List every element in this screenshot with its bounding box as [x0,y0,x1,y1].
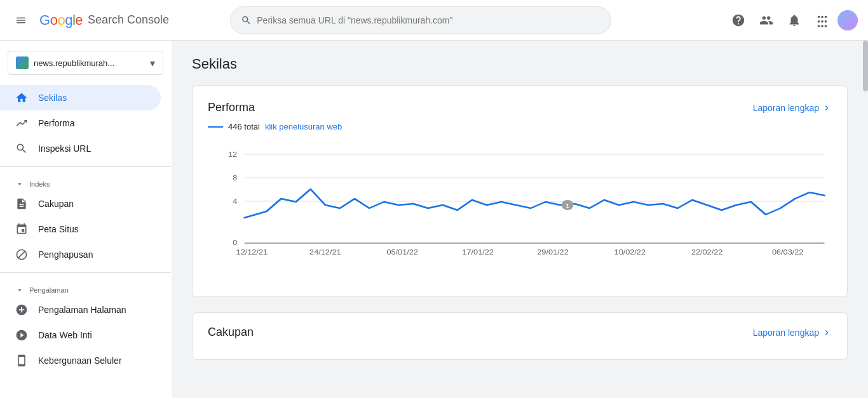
chevron-down-icon: ▾ [150,57,155,69]
sidebar-item-sekilas-label: Sekilas [38,93,67,103]
trending-up-icon [15,117,28,129]
help-button[interactable] [726,8,751,33]
nav-divider-2 [0,272,171,273]
sidebar-item-kebergunaan-seluler-label: Kebergunaan Seluler [38,355,122,366]
property-name: news.republikmurah... [34,58,145,68]
cakupan-card-header: Cakupan Laporan lengkap [208,326,832,339]
svg-text:4: 4 [233,197,237,206]
logo-area: Google Search Console [39,12,169,29]
cakupan-laporan-lengkap-link[interactable]: Laporan lengkap [753,328,832,338]
search-nav-icon [15,142,28,155]
nav-divider-1 [0,166,171,167]
sidebar-item-peta-situs-label: Peta Situs [38,224,79,234]
performa-card-title: Performa [208,101,255,114]
sidebar-item-peta-situs[interactable]: Peta Situs [0,216,161,242]
svg-text:10/02/22: 10/02/22 [614,248,646,256]
app-name: Search Console [88,13,169,27]
file-icon [15,197,28,210]
sidebar-item-performa-label: Performa [38,118,75,128]
sidebar: news.republikmurah... ▾ Sekilas Performa… [0,41,172,398]
svg-text:12: 12 [228,150,237,159]
topbar-actions [726,8,858,33]
chart-legend: 446 total klik penelusuran web [208,122,832,131]
speed-icon [15,329,28,342]
sidebar-item-cakupan-label: Cakupan [38,199,74,209]
notifications-button[interactable] [782,8,807,33]
svg-text:22/02/22: 22/02/22 [691,248,722,256]
sitemap-icon [15,223,28,235]
sidebar-item-cakupan[interactable]: Cakupan [0,191,161,216]
legend-total: 446 total [228,122,260,131]
sidebar-item-data-web-inti-label: Data Web Inti [38,330,92,340]
svg-text:05/01/22: 05/01/22 [386,248,417,256]
legend-label: klik penelusuran web [265,122,342,131]
property-icon [16,56,29,69]
main-content: Sekilas Performa Laporan lengkap 446 tot… [172,41,868,398]
blocked-icon [15,248,28,261]
page-title: Sekilas [192,56,848,72]
sidebar-item-penghapusan-label: Penghapusan [38,249,93,260]
performa-card: Performa Laporan lengkap 446 total klik … [192,85,848,297]
google-logo: Google [39,12,83,29]
section-pengalaman-label: Pengalaman [29,286,69,294]
cakupan-card-title: Cakupan [208,326,254,339]
svg-text:29/01/22: 29/01/22 [537,248,568,256]
svg-text:12/12/21: 12/12/21 [236,248,268,256]
property-selector[interactable]: news.republikmurah... ▾ [8,51,163,75]
performa-card-header: Performa Laporan lengkap [208,101,832,114]
scrollbar-thumb[interactable] [863,41,868,91]
manage-users-button[interactable] [754,8,779,33]
sidebar-item-inspeksi-url[interactable]: Inspeksi URL [0,136,161,161]
sidebar-item-inspeksi-url-label: Inspeksi URL [38,143,91,154]
svg-text:24/12/21: 24/12/21 [309,248,341,256]
search-input[interactable] [257,15,600,25]
svg-text:06/03/22: 06/03/22 [772,248,803,256]
layout: news.republikmurah... ▾ Sekilas Performa… [0,0,868,398]
performa-laporan-lengkap-link[interactable]: Laporan lengkap [753,103,832,113]
sidebar-item-data-web-inti[interactable]: Data Web Inti [0,322,161,348]
sidebar-item-pengalaman-halaman[interactable]: Pengalaman Halaman [0,297,161,322]
section-indeks-label: Indeks [29,180,50,188]
section-indeks[interactable]: Indeks [0,172,171,191]
search-bar[interactable] [230,6,611,34]
sidebar-item-kebergunaan-seluler[interactable]: Kebergunaan Seluler [0,348,161,373]
sidebar-item-pengalaman-halaman-label: Pengalaman Halaman [38,305,126,315]
legend-line-indicator [208,126,223,128]
phone-icon [15,354,28,367]
svg-text:1: 1 [566,202,569,209]
cakupan-chevron-right-icon [822,328,832,338]
performa-chart: 12 8 4 0 1 12/12/21 24/12/21 05/01/22 1 [208,142,832,281]
svg-text:8: 8 [233,174,237,182]
cakupan-card: Cakupan Laporan lengkap [192,312,848,360]
sidebar-item-performa[interactable]: Performa [0,110,161,136]
user-avatar[interactable] [837,10,858,30]
home-icon [15,91,28,104]
apps-button[interactable] [810,8,835,33]
svg-text:0: 0 [233,239,237,247]
scrollbar-track[interactable] [863,41,868,398]
topbar: Google Search Console [0,0,868,41]
chevron-right-icon [822,103,832,113]
sidebar-item-sekilas[interactable]: Sekilas [0,85,161,110]
circle-plus-icon [15,303,28,316]
section-pengalaman[interactable]: Pengalaman [0,278,171,297]
menu-button[interactable] [10,10,32,31]
search-icon [241,15,252,26]
svg-text:17/01/22: 17/01/22 [462,248,493,256]
sidebar-item-penghapusan[interactable]: Penghapusan [0,242,161,267]
